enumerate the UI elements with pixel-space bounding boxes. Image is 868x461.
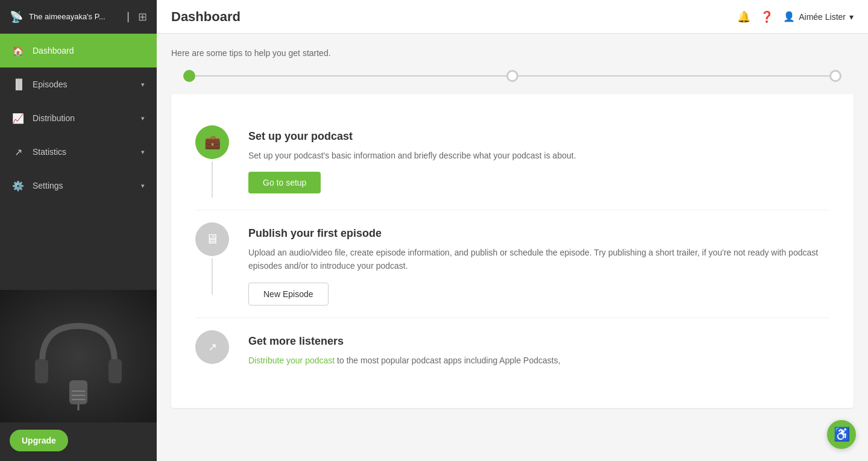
- step-listeners: ↗ Get more listeners Distribute your pod…: [195, 318, 829, 389]
- step-icon-wrap-publish: 🖥: [195, 222, 229, 295]
- step-publish: 🖥 Publish your first episode Upload an a…: [195, 210, 829, 318]
- progress-line-1: [195, 75, 506, 77]
- top-bar-right: 🔔 ❓ 👤 Aimée Lister ▾: [737, 10, 854, 24]
- separator: |: [127, 10, 130, 23]
- chevron-down-icon: ▾: [849, 12, 854, 22]
- user-menu[interactable]: 👤 Aimée Lister ▾: [783, 11, 854, 22]
- step-connector-2: [212, 259, 213, 295]
- step-desc-publish: Upload an audio/video file, create episo…: [248, 246, 829, 273]
- accessibility-button[interactable]: ♿: [827, 420, 856, 449]
- step-icon-wrap-listeners: ↗: [195, 330, 229, 364]
- step-title-publish: Publish your first episode: [248, 227, 829, 240]
- upgrade-button[interactable]: Upgrade: [10, 430, 68, 451]
- briefcase-icon: 💼: [204, 134, 221, 150]
- top-bar: Dashboard 🔔 ❓ 👤 Aimée Lister ▾: [157, 0, 868, 34]
- sidebar-item-settings[interactable]: ⚙️ Settings ▾: [0, 169, 157, 202]
- user-avatar-icon: 👤: [783, 11, 795, 22]
- main-content: Dashboard 🔔 ❓ 👤 Aimée Lister ▾ Here are …: [157, 0, 868, 461]
- bell-icon[interactable]: 🔔: [737, 10, 750, 24]
- chevron-down-icon: ▾: [141, 148, 145, 156]
- progress-dot-3: [829, 70, 841, 82]
- distribution-icon: 📈: [12, 113, 24, 124]
- grid-icon[interactable]: ⊞: [138, 10, 147, 24]
- help-icon[interactable]: ❓: [760, 10, 773, 24]
- step-title-listeners: Get more listeners: [248, 335, 829, 348]
- screen-icon: 🖥: [206, 231, 219, 247]
- svg-rect-0: [35, 359, 48, 383]
- step-desc-suffix: to the most popular podcast apps includi…: [337, 356, 560, 365]
- sidebar-header: 📡 The aimeeayaka's P... | ⊞: [0, 0, 157, 34]
- progress-bar: [171, 70, 854, 82]
- sidebar-item-episodes[interactable]: ▐▌ Episodes ▾: [0, 67, 157, 101]
- accessibility-icon: ♿: [834, 427, 850, 442]
- sidebar-image: [0, 290, 157, 422]
- sidebar-item-distribution[interactable]: 📈 Distribution ▾: [0, 101, 157, 135]
- step-circle-setup: 💼: [195, 125, 229, 159]
- page-subtitle: Here are some tips to help you get start…: [171, 48, 854, 58]
- svg-rect-1: [108, 359, 122, 383]
- episodes-icon: ▐▌: [12, 79, 24, 90]
- sidebar-item-label: Episodes: [33, 80, 133, 89]
- step-content-setup: Set up your podcast Set up your podcast'…: [248, 125, 829, 193]
- headphones-svg: [18, 302, 139, 410]
- svg-rect-2: [69, 380, 87, 404]
- sidebar-nav: 🏠 Dashboard ▐▌ Episodes ▾ 📈 Distribution…: [0, 34, 157, 290]
- step-title-setup: Set up your podcast: [248, 130, 829, 143]
- share-icon: ↗: [208, 340, 217, 354]
- wifi-icon: 📡: [10, 10, 23, 24]
- sidebar-item-statistics[interactable]: ↗ Statistics ▾: [0, 135, 157, 169]
- step-connector-1: [212, 162, 213, 198]
- progress-dot-2: [506, 70, 518, 82]
- sidebar: 📡 The aimeeayaka's P... | ⊞ 🏠 Dashboard …: [0, 0, 157, 461]
- content-area: Here are some tips to help you get start…: [157, 34, 868, 461]
- step-desc-listeners: Distribute your podcast to the most popu…: [248, 354, 829, 367]
- sidebar-item-label: Dashboard: [33, 46, 145, 55]
- step-desc-setup: Set up your podcast's basic information …: [248, 149, 829, 162]
- chevron-down-icon: ▾: [141, 182, 145, 190]
- sidebar-item-label: Statistics: [33, 147, 133, 157]
- settings-icon: ⚙️: [12, 180, 24, 192]
- chevron-down-icon: ▾: [141, 114, 145, 122]
- app-title: The aimeeayaka's P...: [29, 12, 118, 21]
- progress-line-2: [518, 75, 829, 77]
- step-setup: 💼 Set up your podcast Set up your podcas…: [195, 113, 829, 210]
- sidebar-item-dashboard[interactable]: 🏠 Dashboard: [0, 34, 157, 67]
- step-content-publish: Publish your first episode Upload an aud…: [248, 222, 829, 306]
- user-name: Aimée Lister: [799, 12, 846, 22]
- headphones-visual: [0, 290, 157, 422]
- progress-dot-1: [183, 70, 195, 82]
- home-icon: 🏠: [12, 45, 24, 57]
- page-title: Dashboard: [171, 9, 241, 25]
- sidebar-item-label: Distribution: [33, 113, 133, 123]
- sidebar-item-label: Settings: [33, 181, 133, 190]
- top-bar-left: Dashboard: [171, 9, 241, 25]
- step-content-listeners: Get more listeners Distribute your podca…: [248, 330, 829, 377]
- step-circle-publish: 🖥: [195, 222, 229, 256]
- chevron-down-icon: ▾: [141, 81, 145, 89]
- steps-card: 💼 Set up your podcast Set up your podcas…: [171, 94, 854, 408]
- step-circle-listeners: ↗: [195, 330, 229, 364]
- step-icon-wrap-setup: 💼: [195, 125, 229, 198]
- statistics-icon: ↗: [12, 146, 24, 158]
- distribute-link[interactable]: Distribute your podcast: [248, 356, 335, 365]
- new-episode-button[interactable]: New Episode: [248, 283, 329, 306]
- go-to-setup-button[interactable]: Go to setup: [248, 172, 321, 193]
